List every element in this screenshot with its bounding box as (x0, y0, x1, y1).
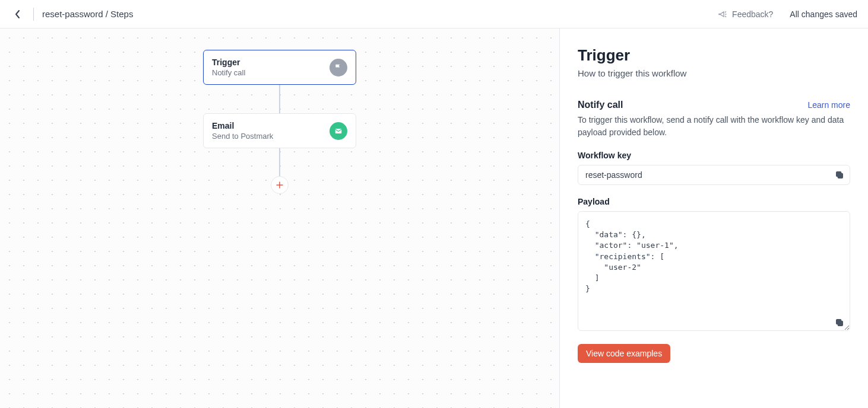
svg-rect-4 (837, 320, 841, 324)
header-right: Feedback? All changes saved (718, 9, 857, 19)
copy-button[interactable] (835, 170, 844, 180)
feedback-button[interactable]: Feedback? (718, 9, 773, 19)
workflow-key-input-wrap (578, 165, 850, 185)
node-title: Email (212, 121, 273, 130)
node-text: Email Send to Postmark (212, 121, 273, 141)
section-description: To trigger this workflow, send a notify … (578, 114, 850, 139)
side-panel: Trigger How to trigger this workflow Not… (559, 28, 868, 408)
node-subtitle: Notify call (212, 68, 245, 77)
page-header: reset-password / Steps Feedback? All cha… (0, 0, 868, 28)
payload-label: Payload (578, 197, 850, 206)
payload-wrap (578, 211, 850, 333)
plus-icon (276, 181, 283, 189)
node-email[interactable]: Email Send to Postmark (203, 113, 356, 148)
workflow-canvas[interactable]: Trigger Notify call Email Send to Postma… (0, 28, 559, 408)
copy-icon (835, 318, 844, 327)
panel-title: Trigger (578, 46, 850, 65)
copy-icon (835, 170, 844, 180)
learn-more-link[interactable]: Learn more (807, 100, 850, 110)
svg-rect-2 (837, 172, 841, 177)
chevron-left-icon (15, 9, 21, 19)
node-trigger[interactable]: Trigger Notify call (203, 50, 356, 85)
save-status: All changes saved (790, 9, 857, 19)
divider (33, 8, 34, 21)
back-button[interactable] (11, 7, 25, 21)
node-title: Trigger (212, 58, 245, 67)
mail-icon (330, 122, 347, 140)
add-step-button[interactable] (271, 176, 289, 194)
node-subtitle: Send to Postmark (212, 132, 273, 141)
breadcrumb: reset-password / Steps (42, 9, 133, 19)
nodes-container: Trigger Notify call Email Send to Postma… (203, 50, 356, 194)
main: Trigger Notify call Email Send to Postma… (0, 28, 868, 408)
node-text: Trigger Notify call (212, 58, 245, 77)
connector (279, 148, 280, 177)
flag-icon (330, 59, 347, 76)
connector (279, 85, 280, 113)
feedback-label: Feedback? (732, 9, 773, 19)
section-header: Notify call Learn more (578, 100, 850, 110)
megaphone-icon (718, 9, 727, 19)
header-left: reset-password / Steps (11, 7, 133, 21)
workflow-key-input[interactable] (578, 165, 850, 185)
view-code-examples-button[interactable]: View code examples (578, 344, 670, 363)
copy-payload-button[interactable] (835, 318, 844, 327)
payload-textarea[interactable] (578, 211, 850, 331)
section-title: Notify call (578, 100, 623, 110)
panel-subtitle: How to trigger this workflow (578, 68, 850, 78)
workflow-key-label: Workflow key (578, 151, 850, 160)
